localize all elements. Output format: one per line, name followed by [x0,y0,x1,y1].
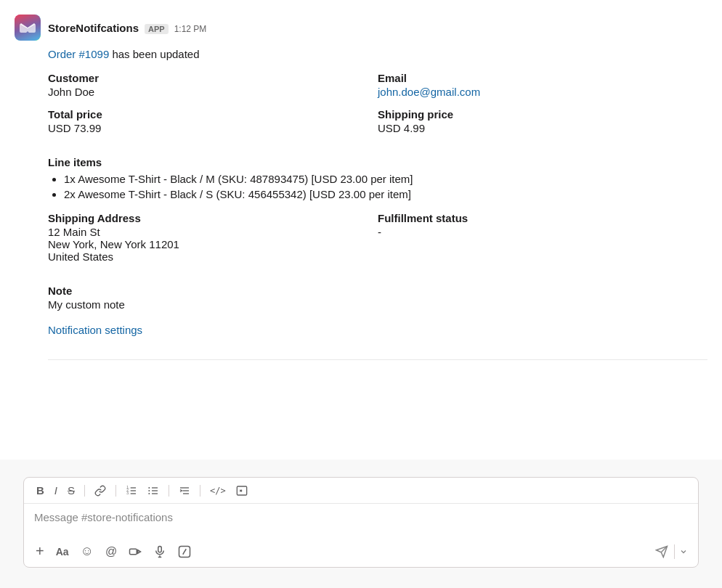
email-link[interactable]: john.doe@gmail.com [378,86,480,98]
code-block-button[interactable] [232,483,251,499]
send-button[interactable] [651,542,673,561]
note-label: Note [48,285,707,297]
bottom-toolbar: + Aa ☺ @ [24,536,698,567]
formatting-toolbar: B I S 1. 2. 3. [24,478,698,504]
add-button[interactable]: + [31,540,49,563]
svg-text:3.: 3. [126,491,129,495]
shipping-address-line2: New York, New York 11201 [48,238,378,250]
emoji-button[interactable]: ☺ [76,541,98,562]
svg-rect-20 [158,546,162,552]
app-avatar [15,15,41,41]
svg-point-10 [148,490,150,491]
link-button[interactable] [91,483,110,499]
total-price-label: Total price [48,108,378,121]
note-value: My custom note [48,298,707,311]
app-badge: APP [145,24,169,34]
shipping-address-line3: United States [48,250,378,263]
app-name: StoreNotifcations [48,22,139,34]
bottom-toolbar-right [651,542,691,561]
toolbar-separator-3 [169,485,169,497]
svg-point-9 [148,487,150,489]
input-placeholder: Message #store-notifications [34,511,173,523]
order-title: Order #1099 has been updated [48,48,707,60]
unordered-list-button[interactable] [144,483,163,499]
svg-rect-15 [237,486,246,495]
address-grid: Shipping Address 12 Main St New York, Ne… [48,212,707,273]
order-info-grid: Customer John Doe Email john.doe@gmail.c… [48,72,707,144]
customer-cell: Customer John Doe [48,72,378,98]
bottom-toolbar-left: + Aa ☺ @ [31,540,195,563]
italic-button[interactable]: I [51,482,61,499]
shipping-address-label: Shipping Address [48,212,378,224]
svg-point-11 [148,493,150,494]
line-items-list: 1x Awesome T-Shirt - Black / M (SKU: 487… [48,173,707,200]
line-items-section: Line items 1x Awesome T-Shirt - Black / … [48,156,707,200]
mention-button[interactable]: @ [101,542,121,561]
message-timestamp: 1:12 PM [174,24,207,34]
list-item: 1x Awesome T-Shirt - Black / M (SKU: 487… [64,173,707,185]
message-body: Order #1099 has been updated Customer Jo… [48,48,707,360]
email-label: Email [378,72,707,84]
toolbar-separator-4 [200,485,200,497]
code-button[interactable]: </> [206,483,230,498]
message-header: StoreNotifcations APP 1:12 PM [15,15,707,41]
notification-settings-link[interactable]: Notification settings [48,324,142,336]
email-cell: Email john.doe@gmail.com [378,72,707,98]
send-divider [674,544,675,559]
fulfillment-cell: Fulfillment status - [378,212,707,263]
shipping-address-line1: 12 Main St [48,226,378,238]
note-cell: Note My custom note [48,285,707,311]
ordered-list-button[interactable]: 1. 2. 3. [122,483,141,499]
send-dropdown-button[interactable] [676,544,691,559]
email-value: john.doe@gmail.com [378,86,707,98]
bold-button[interactable]: B [33,482,48,499]
chat-area: StoreNotifcations APP 1:12 PM Order #109… [0,0,722,460]
customer-value: John Doe [48,86,378,98]
message-input-container: B I S 1. 2. 3. [23,477,699,568]
indent-button[interactable] [175,483,194,499]
svg-line-24 [183,549,187,555]
total-price-cell: Total price USD 73.99 [48,108,378,134]
order-link[interactable]: Order #1099 [48,48,112,60]
customer-label: Customer [48,72,378,84]
line-items-label: Line items [48,156,707,168]
video-button[interactable] [124,542,146,561]
message-meta: StoreNotifcations APP 1:12 PM [48,22,206,34]
format-text-button[interactable]: Aa [52,543,73,560]
shipping-price-value: USD 4.99 [378,122,707,134]
fulfillment-label: Fulfillment status [378,212,707,224]
mic-button[interactable] [149,542,171,561]
svg-rect-18 [130,549,137,555]
toolbar-separator-2 [115,485,116,497]
toolbar-separator-1 [84,485,85,497]
shipping-price-label: Shipping price [378,108,707,121]
fulfillment-value: - [378,226,707,238]
svg-marker-19 [138,550,141,553]
strikethrough-button[interactable]: S [64,482,78,499]
list-item: 2x Awesome T-Shirt - Black / S (SKU: 456… [64,188,707,200]
message-input[interactable]: Message #store-notifications [24,504,698,536]
shipping-price-cell: Shipping price USD 4.99 [378,108,707,134]
slash-command-button[interactable] [174,542,195,561]
total-price-value: USD 73.99 [48,122,378,134]
shipping-address-cell: Shipping Address 12 Main St New York, Ne… [48,212,378,263]
